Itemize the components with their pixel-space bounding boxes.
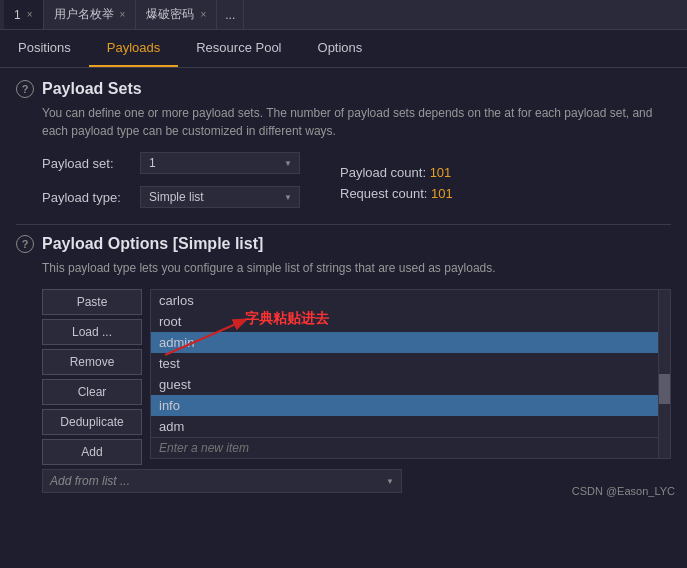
watermark: CSDN @Eason_LYC	[572, 485, 675, 497]
payload-sets-header: ? Payload Sets	[16, 80, 671, 98]
request-count-item: Request count: 101	[340, 186, 453, 201]
list-item[interactable]: test	[151, 353, 670, 374]
tab-payloads[interactable]: Payloads	[89, 30, 178, 67]
payload-sets-help-icon[interactable]: ?	[16, 80, 34, 98]
tab-close-1[interactable]: ×	[27, 9, 33, 20]
list-item[interactable]: info	[151, 395, 670, 416]
payload-set-select-wrapper: 1 2 3	[140, 152, 300, 174]
remove-button[interactable]: Remove	[42, 349, 142, 375]
tab-resource-pool[interactable]: Resource Pool	[178, 30, 299, 67]
title-tab-2[interactable]: 用户名枚举 ×	[44, 0, 137, 29]
title-tab-1[interactable]: 1 ×	[4, 0, 44, 29]
tab-positions[interactable]: Positions	[0, 30, 89, 67]
load-button[interactable]: Load ...	[42, 319, 142, 345]
title-tab-3[interactable]: 爆破密码 ×	[136, 0, 217, 29]
main-wrapper: 1 × 用户名枚举 × 爆破密码 × ... Positions Payload…	[0, 0, 687, 505]
payload-type-select-wrapper: Simple list Runtime file Custom iterator	[140, 186, 300, 208]
list-content: carlos root admin test guest info adm	[150, 289, 671, 459]
payload-sets-description: You can define one or more payload sets.…	[16, 104, 671, 140]
scrollbar-thumb	[659, 374, 670, 404]
title-tab-more[interactable]: ...	[217, 0, 244, 29]
clear-button[interactable]: Clear	[42, 379, 142, 405]
payload-type-select[interactable]: Simple list Runtime file Custom iterator	[140, 186, 300, 208]
tab-label: ...	[225, 8, 235, 22]
scrollbar[interactable]	[658, 290, 670, 458]
payload-options-header: ? Payload Options [Simple list]	[16, 235, 671, 253]
form-left: Payload set: 1 2 3 Payload type: Simple …	[42, 152, 300, 214]
divider	[16, 224, 671, 225]
payload-type-row: Payload type: Simple list Runtime file C…	[42, 186, 300, 208]
payload-options-title: Payload Options [Simple list]	[42, 235, 263, 253]
add-from-list-select-wrapper: Add from list ...	[42, 469, 402, 493]
tab-label: 1	[14, 8, 21, 22]
list-item[interactable]: carlos	[151, 290, 670, 311]
title-bar: 1 × 用户名枚举 × 爆破密码 × ...	[0, 0, 687, 30]
payload-set-label: Payload set:	[42, 156, 132, 171]
add-button[interactable]: Add	[42, 439, 142, 465]
list-area: Paste Load ... Remove Clear Deduplicate …	[16, 289, 671, 465]
list-item[interactable]: guest	[151, 374, 670, 395]
tab-label: 用户名枚举	[54, 6, 114, 23]
list-item[interactable]: adm	[151, 416, 670, 437]
new-item-row	[151, 437, 670, 458]
deduplicate-button[interactable]: Deduplicate	[42, 409, 142, 435]
payload-count-item: Payload count: 101	[340, 165, 453, 180]
list-item[interactable]: admin	[151, 332, 670, 353]
payload-set-row: Payload set: 1 2 3	[42, 152, 300, 174]
new-item-input[interactable]	[151, 438, 670, 458]
list-item[interactable]: root	[151, 311, 670, 332]
payload-options-section: ? Payload Options [Simple list] This pay…	[16, 235, 671, 493]
payload-count-label: Payload count:	[340, 165, 426, 180]
list-buttons: Paste Load ... Remove Clear Deduplicate …	[42, 289, 142, 465]
form-right: Payload count: 101 Request count: 101	[340, 152, 453, 214]
payload-count-value: 101	[430, 165, 452, 180]
payload-list: carlos root admin test guest info adm	[151, 290, 670, 437]
payload-type-label: Payload type:	[42, 190, 132, 205]
list-container: carlos root admin test guest info adm	[150, 289, 671, 465]
payload-options-help-icon[interactable]: ?	[16, 235, 34, 253]
tab-close-2[interactable]: ×	[120, 9, 126, 20]
nav-tabs: Positions Payloads Resource Pool Options	[0, 30, 687, 68]
payload-set-select[interactable]: 1 2 3	[140, 152, 300, 174]
content-area: ? Payload Sets You can define one or mor…	[0, 68, 687, 505]
payload-sets-form: Payload set: 1 2 3 Payload type: Simple …	[16, 152, 671, 214]
tab-close-3[interactable]: ×	[200, 9, 206, 20]
add-from-list-select[interactable]	[42, 469, 402, 493]
tab-label: 爆破密码	[146, 6, 194, 23]
paste-button[interactable]: Paste	[42, 289, 142, 315]
tab-options[interactable]: Options	[300, 30, 381, 67]
request-count-label: Request count:	[340, 186, 427, 201]
payload-options-description: This payload type lets you configure a s…	[16, 259, 671, 277]
request-count-value: 101	[431, 186, 453, 201]
payload-sets-title: Payload Sets	[42, 80, 142, 98]
